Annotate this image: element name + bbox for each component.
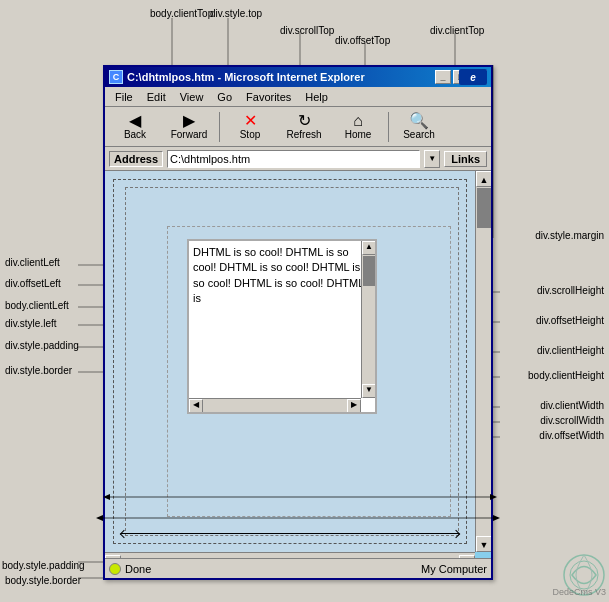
label-div-client-width: div.clientWidth <box>540 400 604 411</box>
inner-v-scrollbar[interactable]: ▲ ▼ <box>361 241 375 398</box>
menu-go[interactable]: Go <box>211 89 238 105</box>
label-div-client-height: div.clientHeight <box>537 345 604 356</box>
watermark-text: DedeCms V3 <box>552 587 606 597</box>
browser-icon: C <box>109 70 123 84</box>
outer-scroll-thumb-v <box>477 188 491 228</box>
label-div-offset-width: div.offsetWidth <box>539 430 604 441</box>
stop-label: Stop <box>240 129 261 140</box>
menu-edit[interactable]: Edit <box>141 89 172 105</box>
svg-point-28 <box>570 561 598 589</box>
search-icon: 🔍 <box>409 113 429 129</box>
scroll-right-btn[interactable]: ▶ <box>347 399 361 413</box>
label-body-style-padding: body.style.padding <box>2 560 85 571</box>
address-label: Address <box>109 151 163 167</box>
outer-v-scrollbar[interactable]: ▲ ▼ <box>475 171 491 552</box>
label-body-client-left: body.clientLeft <box>5 300 69 311</box>
back-label: Back <box>124 129 146 140</box>
outer-scroll-up-btn[interactable]: ▲ <box>476 171 491 187</box>
content-area: DHTML is so cool! DHTML is so cool! DHTM… <box>105 171 491 572</box>
status-icon <box>109 563 121 575</box>
menu-help[interactable]: Help <box>299 89 334 105</box>
title-bar[interactable]: C C:\dhtmlpos.htm - Microsoft Internet E… <box>105 67 491 87</box>
links-button[interactable]: Links <box>444 151 487 167</box>
label-div-offset-left: div.offsetLeft <box>5 278 61 289</box>
toolbar: ◀ Back ▶ Forward ✕ Stop ↻ Refresh ⌂ Home <box>105 107 491 147</box>
label-div-client-left: div.clientLeft <box>5 257 60 268</box>
refresh-icon: ↻ <box>298 113 311 129</box>
menu-view[interactable]: View <box>174 89 210 105</box>
home-button[interactable]: ⌂ Home <box>332 109 384 145</box>
toolbar-separator-1 <box>219 112 220 142</box>
address-dropdown[interactable]: ▼ <box>424 150 440 168</box>
scroll-thumb-v <box>363 256 375 286</box>
browser-window: C C:\dhtmlpos.htm - Microsoft Internet E… <box>103 65 493 580</box>
refresh-label: Refresh <box>286 129 321 140</box>
label-body-client-height: body.clientHeight <box>528 370 604 381</box>
svg-marker-23 <box>96 515 103 521</box>
label-div-scroll-top: div.scrollTop <box>280 25 334 36</box>
address-bar: Address C:\dhtmlpos.htm ▼ Links <box>105 147 491 171</box>
home-icon: ⌂ <box>353 113 363 129</box>
home-label: Home <box>345 129 372 140</box>
forward-icon: ▶ <box>183 113 195 129</box>
inner-h-scrollbar[interactable]: ◀ ▶ <box>189 398 361 412</box>
svg-marker-24 <box>493 515 500 521</box>
scroll-up-btn[interactable]: ▲ <box>362 241 376 255</box>
address-input[interactable]: C:\dhtmlpos.htm <box>167 150 420 168</box>
back-icon: ◀ <box>129 113 141 129</box>
minimize-button[interactable]: _ <box>435 70 451 84</box>
forward-button[interactable]: ▶ Forward <box>163 109 215 145</box>
forward-label: Forward <box>171 129 208 140</box>
status-zone: My Computer <box>421 563 487 575</box>
label-body-style-border: body.style.border <box>5 575 81 586</box>
menu-bar: File Edit View Go Favorites Help e <box>105 87 491 107</box>
address-value: C:\dhtmlpos.htm <box>170 153 250 165</box>
label-div-style-padding: div.style.padding <box>5 340 79 351</box>
menu-file[interactable]: File <box>109 89 139 105</box>
toolbar-separator-2 <box>388 112 389 142</box>
label-div-style-margin: div.style.margin <box>535 230 604 241</box>
label-div-style-border: div.style.border <box>5 365 72 376</box>
div-text: DHTML is so cool! DHTML is so cool! DHTM… <box>189 241 375 311</box>
label-div-style-top: div.style.top <box>210 8 262 19</box>
window-title: C:\dhtmlpos.htm - Microsoft Internet Exp… <box>127 71 431 83</box>
label-div-style-left: div.style.left <box>5 318 57 329</box>
status-text: Done <box>125 563 151 575</box>
scroll-left-btn[interactable]: ◀ <box>189 399 203 413</box>
ie-logo: e <box>459 69 487 85</box>
search-button[interactable]: 🔍 Search <box>393 109 445 145</box>
label-body-client-top: body.clientTop <box>150 8 213 19</box>
inner-div: DHTML is so cool! DHTML is so cool! DHTM… <box>187 239 377 414</box>
label-div-scroll-width: div.scrollWidth <box>540 415 604 426</box>
body-client-width-line <box>121 533 459 534</box>
stop-button[interactable]: ✕ Stop <box>224 109 276 145</box>
label-div-scroll-height: div.scrollHeight <box>537 285 604 296</box>
menu-favorites[interactable]: Favorites <box>240 89 297 105</box>
back-button[interactable]: ◀ Back <box>109 109 161 145</box>
search-label: Search <box>403 129 435 140</box>
scroll-down-btn[interactable]: ▼ <box>362 384 376 398</box>
refresh-button[interactable]: ↻ Refresh <box>278 109 330 145</box>
outer-scroll-down-btn[interactable]: ▼ <box>476 536 491 552</box>
status-bar: Done My Computer <box>105 558 491 578</box>
stop-icon: ✕ <box>244 113 257 129</box>
label-div-offset-top: div.offsetTop <box>335 35 390 46</box>
label-div-offset-height: div.offsetHeight <box>536 315 604 326</box>
label-div-client-top: div.clientTop <box>430 25 484 36</box>
